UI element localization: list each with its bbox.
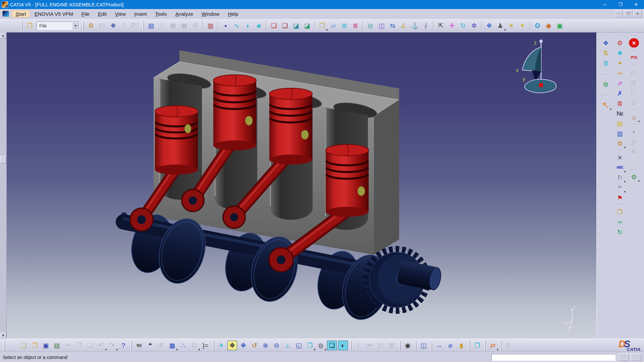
combo-dropdown-button[interactable]: ▼ xyxy=(72,22,79,29)
redo-icon-dropdown[interactable]: ▾ xyxy=(116,348,118,351)
page-gears-icon[interactable]: ❖ xyxy=(615,48,625,58)
restore-button[interactable]: ❐ xyxy=(612,0,628,9)
instant-message-icon[interactable]: ❝ xyxy=(145,341,155,350)
cut-icon[interactable]: ✂ xyxy=(63,341,73,350)
menu-window[interactable]: Window xyxy=(198,10,223,17)
window-gray-button[interactable]: ❐ xyxy=(618,354,629,361)
design-table-icon[interactable]: ▦▾ xyxy=(167,341,177,350)
flag-note-gray-icon[interactable]: ⚑▾ xyxy=(615,183,625,192)
toolbar-grip[interactable] xyxy=(83,21,84,31)
equivalent-dimensions-icon[interactable]: }= xyxy=(201,341,210,350)
menu-start[interactable]: Start xyxy=(12,10,30,17)
world-gray-icon[interactable]: ◍ xyxy=(629,137,639,147)
measure-item-icon[interactable]: ⌀ xyxy=(445,341,455,350)
whats-this-gray-icon[interactable]: ? xyxy=(119,21,129,31)
power-input[interactable] xyxy=(491,354,615,361)
copy-icon[interactable]: ❐ xyxy=(74,341,84,350)
knowledge-gear-cursor-icon-dropdown[interactable]: ▾ xyxy=(638,179,640,183)
calculator-gray-icon[interactable]: ▩ xyxy=(179,21,189,31)
menu-enovia-v5-vpm[interactable]: ENOVIA V5 VPM xyxy=(31,10,77,17)
print-icon[interactable]: ▤ xyxy=(52,341,62,350)
minimize-button[interactable]: ─ xyxy=(597,0,612,9)
properties-gray-icon[interactable]: ▤ xyxy=(97,21,107,31)
product-tree-alt-icon[interactable]: ≣ xyxy=(351,21,360,31)
select-arrow-icon[interactable]: ↖▾ xyxy=(601,101,611,110)
lock-gray-icon-dropdown[interactable]: ▾ xyxy=(198,348,200,351)
menu-view[interactable]: View xyxy=(111,10,129,17)
view-box-icon[interactable]: ❒▾ xyxy=(317,21,327,31)
open-icon[interactable]: ❒ xyxy=(25,21,35,31)
volume-box-icon[interactable]: ◈ xyxy=(254,21,264,31)
scene-ball-icon[interactable]: ✪ xyxy=(533,21,542,31)
generate-numbering-icon[interactable]: № xyxy=(615,109,625,118)
toolbar-grip[interactable] xyxy=(213,341,214,350)
graph-swap-icon[interactable]: ⇅ xyxy=(601,48,611,58)
macro-chart-icon[interactable]: ❖ xyxy=(108,21,118,31)
close-toolbars-icon[interactable]: ✕ xyxy=(629,38,639,48)
child-minimize-button[interactable]: ─ xyxy=(614,10,623,17)
scrollbar-thumb[interactable] xyxy=(0,156,6,163)
toolbar-grip[interactable] xyxy=(484,341,486,350)
compass[interactable]: z x y xyxy=(513,37,563,99)
simulation-gray-icon[interactable]: ≫ xyxy=(365,341,375,350)
left-scrollbar[interactable]: ▲ ▼ xyxy=(0,33,7,339)
render-style-icon[interactable]: ◍▾ xyxy=(316,341,326,350)
toolbar-overflow-icon[interactable]: ▾ xyxy=(629,127,639,137)
volume-icon[interactable]: ❐ xyxy=(472,341,482,350)
export-component-icon[interactable]: ⇨ xyxy=(615,217,625,227)
knowledge-fx-icon[interactable]: f(x) xyxy=(134,341,144,350)
save-icon[interactable]: ▣ xyxy=(41,341,51,350)
player-gray-icon[interactable]: ▤ xyxy=(376,341,386,350)
scroll-down-button[interactable]: ▼ xyxy=(0,333,6,339)
hide-show-icon[interactable]: ❏ xyxy=(327,341,337,350)
surface-icon[interactable]: ◗ xyxy=(243,21,253,31)
enovia-gray-icon-4[interactable]: ▥ xyxy=(629,98,639,107)
child-close-button[interactable]: ✕ xyxy=(633,10,642,17)
scene-icon-dropdown[interactable]: ▾ xyxy=(504,28,506,32)
people-icon[interactable]: ☺▾ xyxy=(629,113,639,122)
compass-z-label[interactable]: z xyxy=(534,40,537,46)
help-query-gray-icon[interactable]: ? xyxy=(157,21,167,31)
menu-edit[interactable]: Edit xyxy=(94,10,110,17)
design-table-icon-dropdown[interactable]: ▾ xyxy=(176,348,178,351)
view-box-icon-dropdown[interactable]: ▾ xyxy=(326,28,328,32)
material-cube-icon[interactable]: ▣ xyxy=(555,21,565,31)
open-document-icon[interactable]: ❒ xyxy=(30,341,40,350)
enovia-gray-icon-3[interactable]: ▤ xyxy=(629,88,639,97)
toolbar-grip[interactable] xyxy=(130,341,132,350)
page-export-icon[interactable]: ⇨ xyxy=(615,68,625,78)
update-assembly-icon[interactable]: ↻ xyxy=(458,21,468,31)
gears-gray-icon[interactable]: ⚙ xyxy=(191,21,200,31)
toolbar-grip[interactable] xyxy=(431,341,432,350)
product-plane-icon[interactable]: ▱ xyxy=(328,21,338,31)
clash-icon[interactable]: ✶ xyxy=(518,21,527,31)
angle-constraint-icon[interactable]: ∠ xyxy=(399,21,409,31)
knowledge-gear-cursor-icon[interactable]: ⚙▾ xyxy=(629,172,639,182)
whats-this-icon[interactable]: ? xyxy=(118,341,128,350)
page-gear-icon[interactable]: ✦ xyxy=(615,58,625,68)
constraints-icon-dropdown[interactable]: ▾ xyxy=(497,348,498,351)
recorder-gray-icon[interactable]: ▥ xyxy=(387,341,397,350)
product-graph-icon[interactable]: ❖ xyxy=(601,38,611,48)
pan-icon[interactable]: ✥ xyxy=(238,341,248,350)
break-link-icon[interactable]: ✗ xyxy=(615,88,625,98)
menu-tools[interactable]: Tools xyxy=(152,10,171,17)
smart-move-icon[interactable]: ⇱ xyxy=(436,21,446,31)
scroll-up-button[interactable]: ▲ xyxy=(0,33,6,39)
relations-icon[interactable]: ∴ xyxy=(178,341,188,350)
toolbar-grip[interactable] xyxy=(21,21,22,31)
measure-between-icon[interactable]: ↔ xyxy=(434,341,444,350)
info-gray-button[interactable]: ⓘ xyxy=(631,354,641,361)
text-annotation-icon[interactable]: ABC▾ xyxy=(615,163,625,172)
explode-icon[interactable]: ✳ xyxy=(506,21,516,31)
multi-instantiation-icon[interactable]: ⚙▾ xyxy=(615,139,625,148)
select-cube-alt-icon[interactable]: ❏ xyxy=(280,21,290,31)
update-gears-icon[interactable]: ⚙ xyxy=(615,38,625,48)
hyperlink-stamp-icon[interactable]: ⚑ xyxy=(615,193,625,202)
fix-together-icon[interactable]: ∮ xyxy=(421,21,431,31)
fit-all-in-icon[interactable]: ✥ xyxy=(227,341,237,350)
contact-constraint-icon[interactable]: ◫ xyxy=(377,21,386,31)
screen-capture-icon[interactable]: ◉ xyxy=(403,341,413,350)
structure-yellow-icon[interactable]: ▤ xyxy=(615,119,625,128)
toolbar-grip[interactable] xyxy=(399,341,400,350)
